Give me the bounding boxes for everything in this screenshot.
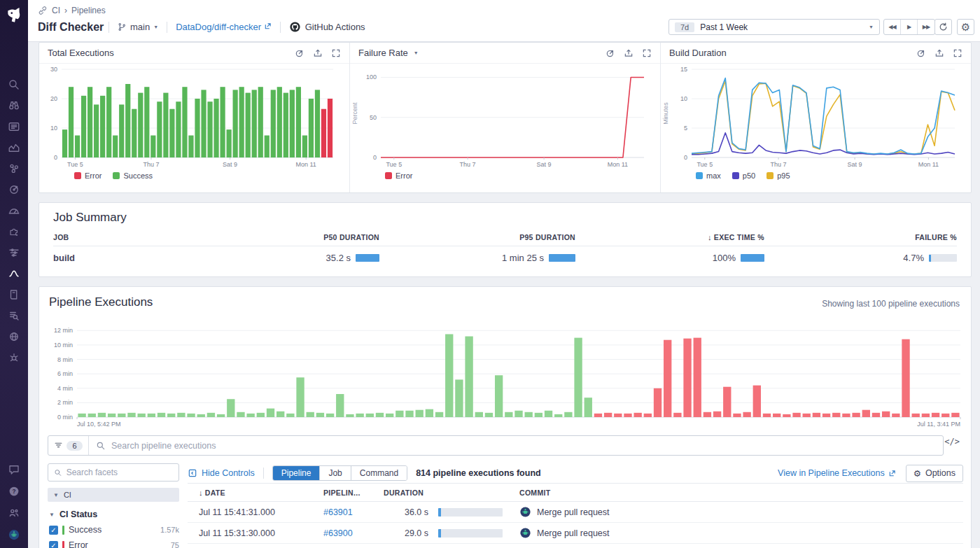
facet-ci-status[interactable]: ▼ CI Status [48,510,179,519]
chart-title: Failure Rate [358,48,408,58]
scope-icon[interactable] [606,48,615,58]
log-search-icon[interactable] [8,309,20,322]
total-executions-chart[interactable]: 0102030Tue 5Thu 7Sat 9Mon 11 [39,64,340,170]
col-commit[interactable]: COMMIT [519,489,963,497]
svg-text:5: 5 [684,125,687,132]
export-icon[interactable] [313,48,323,58]
p95-bar [549,254,575,262]
help-icon[interactable]: ? [8,485,20,498]
legend-item[interactable]: p95 [766,171,790,180]
fullscreen-icon[interactable] [642,48,652,58]
p50-bar [356,254,379,262]
tab-pipeline[interactable]: Pipeline [273,466,321,480]
divider [280,22,281,33]
tab-command[interactable]: Command [351,466,407,480]
repo-link[interactable]: DataDog/diff-checker [176,22,272,32]
export-icon[interactable] [934,48,944,58]
security-icon[interactable] [8,330,20,343]
monitors-icon[interactable] [8,183,20,196]
svg-text:12 min: 12 min [54,327,73,334]
ci-pipelines-icon-active[interactable] [8,267,20,280]
synthetics-icon[interactable] [8,351,20,364]
table-row[interactable]: Jul 11 15:31:30.000 #63900 29.0 s Merge … [188,523,963,544]
col-exec-time[interactable]: ↓EXEC TIME % [575,233,764,241]
code-view-icon[interactable]: </> [944,437,960,447]
breadcrumb-pipelines[interactable]: Pipelines [71,6,106,15]
checkbox-checked[interactable]: ✓ [49,526,58,535]
filter-toggle[interactable]: 6 [48,436,89,455]
integrations-icon[interactable] [8,225,20,238]
exec-time-bar [741,254,764,262]
col-duration[interactable]: DURATION [384,489,438,497]
options-button[interactable]: ⚙ Options [906,465,963,482]
refresh-button[interactable] [934,19,952,35]
datadog-logo[interactable] [0,0,28,32]
chart-title: Build Duration [669,48,727,58]
legend-item[interactable]: Success [113,171,153,180]
chat-icon[interactable] [8,463,20,476]
chevron-down-icon[interactable]: ▼ [414,50,419,55]
external-link-icon [888,470,896,477]
col-job[interactable]: JOB [53,233,183,241]
legend-item[interactable]: Error [74,171,102,180]
col-date[interactable]: ↓DATE [199,489,323,497]
events-icon[interactable] [8,120,20,133]
job-summary-row[interactable]: build 35.2 s 1 min 25 s 100% 4.7% [53,253,957,263]
legend-swatch [732,172,739,179]
col-failure[interactable]: FAILURE % [764,233,957,241]
table-header: ↓DATE PIPELIN... DURATION COMMIT [188,484,963,502]
notebooks-icon[interactable] [8,288,20,301]
metrics-icon[interactable] [8,141,20,154]
hide-controls-button[interactable]: Hide Controls [188,468,255,478]
branch-selector[interactable]: main ▼ [118,22,158,32]
table-row[interactable]: Jul 11 15:41:31.000 #63901 36.0 s Merge … [188,502,963,523]
summary-charts-card: Total Executions 0102030Tue 5Thu 7Sat 9M… [38,42,972,193]
user-avatar[interactable] [8,528,20,541]
execution-date: Jul 11 15:31:30.000 [199,528,323,538]
time-play-button[interactable]: ▶ [901,20,918,34]
tab-job[interactable]: Job [320,466,351,480]
col-pipeline[interactable]: PIPELIN... [323,489,384,497]
facet-item-success[interactable]: ✓ Success 1.57k [48,525,179,535]
fullscreen-icon[interactable] [953,48,962,58]
time-back-button[interactable]: ◀◀ [884,20,901,34]
pipeline-durations-chart[interactable]: 0 min2 min4 min6 min8 min10 min12 minJul… [43,318,966,430]
watchdog-icon[interactable] [8,99,20,112]
org-users-icon[interactable] [8,507,20,519]
checkbox-checked[interactable]: ✓ [49,541,58,548]
facets-panel: ▼ CI ▼ CI Status ✓ Success 1.57k ✓ Error… [48,463,179,548]
infrastructure-icon[interactable] [8,162,20,175]
col-p95[interactable]: P95 DURATION [379,233,575,241]
facet-item-error[interactable]: ✓ Error 75 [48,540,179,548]
legend-swatch [113,172,120,179]
facet-search-input[interactable] [66,468,173,477]
breadcrumb-ci[interactable]: CI [52,6,60,15]
export-icon[interactable] [624,48,634,58]
github-icon [289,21,301,33]
p50-value: 35.2 s [326,253,351,263]
facet-label: Success [69,525,102,535]
apm-traces-icon[interactable] [8,246,20,259]
search-icon[interactable] [8,78,20,91]
legend-item[interactable]: Error [385,171,412,180]
pipeline-id-link[interactable]: #63900 [323,528,384,538]
search-input[interactable] [111,441,936,451]
chart-legend: Error [350,170,660,184]
settings-button[interactable]: ⚙ [957,19,974,35]
legend-item[interactable]: max [696,171,721,180]
col-p50[interactable]: P50 DURATION [183,233,379,241]
facet-group-ci[interactable]: ▼ CI [48,488,179,502]
failure-rate-chart[interactable]: 050100PercentTue 5Thu 7Sat 9Mon 11 [350,64,651,170]
time-forward-button[interactable]: ▶▶ [918,20,934,34]
scope-icon[interactable] [916,48,926,58]
legend-item[interactable]: p50 [732,171,755,180]
fullscreen-icon[interactable] [331,48,341,58]
scope-icon[interactable] [295,48,304,58]
view-in-pipeline-executions-link[interactable]: View in Pipeline Executions [778,468,896,478]
dashboards-icon[interactable] [8,204,20,217]
svg-text:15: 15 [680,66,687,73]
time-range-selector[interactable]: 7d Past 1 Week ▼ [668,19,880,35]
pipeline-id-link[interactable]: #63901 [323,507,384,517]
build-duration-chart[interactable]: 051015MinutesTue 5Thu 7Sat 9Mon 11 [661,64,962,170]
job-name[interactable]: build [53,253,183,263]
